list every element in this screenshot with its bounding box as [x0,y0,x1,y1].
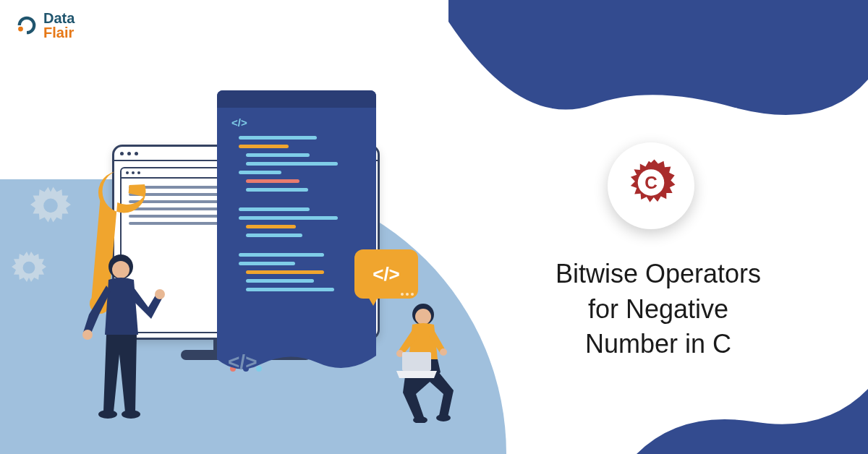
svg-point-12 [436,414,451,421]
code-tag-floor: </> [228,351,257,374]
dataflair-logo: Data Flair [14,11,75,40]
logo-text-flair: Flair [43,25,75,40]
title-line-3: Number in C [514,327,803,362]
svg-text:C: C [644,173,658,192]
svg-point-8 [415,309,431,325]
svg-point-10 [440,348,447,356]
logo-text-data: Data [43,11,75,25]
svg-point-5 [98,410,117,419]
code-tag-symbol: </> [231,116,367,129]
svg-point-2 [112,261,129,278]
svg-point-0 [18,27,23,32]
bottom-right-wave [637,382,868,454]
c-language-badge: C [608,142,694,229]
person-standing [69,249,170,423]
page-title: Bitwise Operators for Negative Number in… [514,257,803,362]
svg-rect-13 [402,352,431,371]
logo-icon [14,13,39,38]
code-paper-illustration: </> [217,90,376,336]
svg-point-4 [155,289,165,299]
gear-c-icon: C [624,158,678,213]
title-line-1: Bitwise Operators [514,257,803,292]
title-line-2: for Negative [514,292,803,327]
speech-bubble-code: </> [354,249,418,299]
svg-point-6 [122,410,140,419]
laptop-icon [396,352,437,380]
bubble-code-symbol: </> [373,263,400,286]
svg-point-3 [82,330,93,340]
top-right-wave [448,0,868,145]
